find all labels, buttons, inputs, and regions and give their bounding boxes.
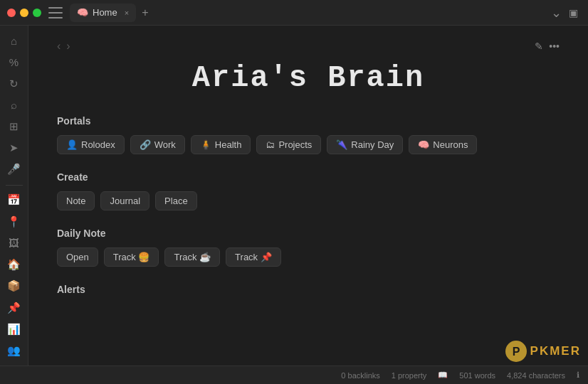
info-icon: ℹ (577, 370, 579, 380)
tab-close-icon[interactable]: × (125, 9, 129, 17)
create-pills: Note Journal Place (57, 191, 560, 210)
sidebar-icon-search[interactable]: ⌕ (3, 96, 26, 114)
sidebar-icon-send[interactable]: ➤ (3, 139, 26, 157)
char-count: 4,824 characters (507, 371, 565, 380)
svg-text:P: P (512, 346, 520, 358)
sidebar-icon-image[interactable]: 🖼 (3, 234, 26, 252)
daily-note-section: Daily Note Open Track 🍔 Track ☕ Track 📌 (57, 228, 560, 267)
maximize-button[interactable] (33, 9, 41, 17)
main-layout: ⌂ % ↻ ⌕ ⊞ ➤ 🎤 📅 📍 🖼 🏠 📦 📌 📊 👥 ‹ › ✎ ••• … (0, 26, 588, 366)
top-right-actions: ⌄ ▣ (551, 5, 581, 21)
alerts-section: Alerts (57, 284, 560, 295)
pkmer-text: PKMER (530, 344, 581, 358)
create-place[interactable]: Place (155, 191, 197, 210)
portal-neurons[interactable]: 🧠 Neurons (409, 135, 477, 154)
portal-health[interactable]: 🧍 Health (191, 135, 251, 154)
sidebar-icon-people[interactable]: 👥 (3, 341, 26, 360)
portals-heading: Portals (57, 115, 560, 127)
edit-icon[interactable]: ✎ (535, 41, 543, 52)
new-tab-button[interactable]: + (142, 6, 148, 19)
daily-track-coffee[interactable]: Track ☕ (164, 247, 220, 267)
create-heading: Create (57, 171, 560, 183)
sidebar-icon-calendar[interactable]: 📅 (3, 191, 26, 209)
word-count: 501 words (459, 371, 495, 380)
minimize-button[interactable] (20, 9, 28, 17)
book-icon: 📖 (438, 370, 448, 380)
create-section: Create Note Journal Place (57, 171, 560, 210)
nav-row: ‹ › ✎ ••• (57, 40, 560, 53)
daily-track-pin[interactable]: Track 📌 (226, 247, 281, 267)
page-title: Aria's Brain (57, 61, 560, 95)
tab-icon: 🧠 (77, 7, 88, 18)
sidebar-divider (6, 185, 23, 186)
sidebar-icon-mic[interactable]: 🎤 (3, 160, 26, 178)
daily-track-food[interactable]: Track 🍔 (104, 247, 159, 267)
sidebar-icon-home[interactable]: ⌂ (3, 31, 26, 50)
sidebar-icon-percent[interactable]: % (3, 53, 26, 71)
portal-projects[interactable]: 🗂 Projects (256, 135, 321, 154)
pkmer-logo-icon: P (505, 340, 527, 363)
title-bar: 🧠 Home × + ⌄ ▣ (0, 0, 588, 26)
daily-note-pills: Open Track 🍔 Track ☕ Track 📌 (57, 247, 560, 267)
portal-work[interactable]: 🔗 Work (130, 135, 185, 154)
portals-section: Portals 👤 Rolodex 🔗 Work 🧍 Health 🗂 Proj… (57, 115, 560, 154)
close-button[interactable] (7, 9, 16, 17)
sidebar-toggle[interactable] (48, 7, 63, 18)
sidebar-icon-refresh[interactable]: ↻ (3, 74, 26, 92)
collapse-icon[interactable]: ⌄ (551, 5, 562, 21)
more-icon[interactable]: ••• (549, 41, 560, 52)
forward-button[interactable]: › (66, 40, 70, 53)
sidebar-icon-box[interactable]: 📦 (3, 277, 26, 295)
tab-title: Home (93, 7, 117, 18)
window-controls (7, 9, 41, 17)
sidebar: ⌂ % ↻ ⌕ ⊞ ➤ 🎤 📅 📍 🖼 🏠 📦 📌 📊 👥 (0, 26, 28, 366)
content-area: ‹ › ✎ ••• Aria's Brain Portals 👤 Rolodex… (28, 26, 588, 366)
portal-rolodex[interactable]: 👤 Rolodex (57, 135, 125, 154)
tab-bar: 🧠 Home × + (70, 4, 551, 22)
portals-pills: 👤 Rolodex 🔗 Work 🧍 Health 🗂 Projects 🌂 R… (57, 135, 560, 154)
sidebar-icon-home2[interactable]: 🏠 (3, 255, 26, 274)
sidebar-icon-pin[interactable]: 📌 (3, 298, 26, 316)
pkmer-logo-container: P PKMER (505, 340, 581, 363)
sidebar-icon-grid[interactable]: ⊞ (3, 117, 26, 136)
home-tab[interactable]: 🧠 Home × (70, 4, 136, 22)
portal-rainy-day[interactable]: 🌂 Rainy Day (327, 135, 403, 154)
sidebar-icon-location[interactable]: 📍 (3, 213, 26, 231)
create-note[interactable]: Note (57, 191, 95, 210)
sidebar-right-icon[interactable]: ▣ (569, 7, 578, 18)
daily-open[interactable]: Open (57, 247, 98, 267)
bottom-bar: 0 backlinks 1 property 📖 501 words 4,824… (0, 366, 588, 384)
create-journal[interactable]: Journal (100, 191, 149, 210)
alerts-heading: Alerts (57, 284, 560, 295)
backlinks-count: 0 backlinks (341, 371, 379, 380)
daily-note-heading: Daily Note (57, 228, 560, 239)
property-count: 1 property (392, 371, 427, 380)
back-button[interactable]: ‹ (57, 40, 61, 53)
sidebar-icon-chart[interactable]: 📊 (3, 320, 26, 338)
